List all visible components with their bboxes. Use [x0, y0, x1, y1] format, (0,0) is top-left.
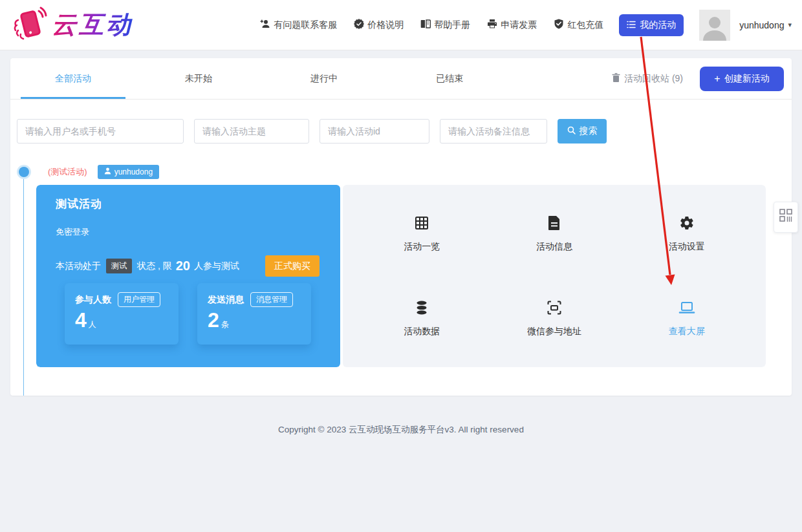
search-topic-input[interactable] — [194, 119, 309, 144]
printer-icon — [487, 19, 497, 31]
database-icon — [414, 299, 429, 316]
logo-phone-hand-icon — [10, 6, 48, 45]
avatar[interactable] — [699, 10, 730, 41]
tab-all-activities[interactable]: 全部活动 — [10, 58, 136, 99]
status-prefix: 本活动处于 — [56, 261, 101, 272]
action-activity-data[interactable]: 活动数据 — [404, 299, 440, 337]
activity-owner-badge[interactable]: yunhudong — [98, 165, 159, 179]
status-limit-number: 20 — [176, 259, 190, 273]
gear-icon — [679, 215, 695, 231]
stats-row: 参与人数 用户管理 4人 发送消息 消息管理 2条 — [65, 283, 340, 345]
recycle-bin-link[interactable]: 活动回收站 (9) — [612, 73, 683, 85]
nav-item-help-manual[interactable]: 帮助手册 — [420, 19, 470, 31]
brand-logo[interactable]: 云互动 — [10, 6, 133, 45]
activity-card: 测试活动 免密登录 本活动处于 测试 状态 , 限 20 人参与测试 正式购买 … — [36, 185, 766, 367]
shield-check-icon — [554, 19, 564, 31]
create-activity-label: 创建新活动 — [724, 73, 770, 85]
stat-value: 2条 — [208, 310, 311, 330]
message-management-button[interactable]: 消息管理 — [250, 292, 293, 307]
search-button-label: 搜索 — [580, 125, 598, 137]
activity-subtitle: 免密登录 — [56, 226, 340, 238]
timeline-dot — [19, 167, 29, 177]
stat-participants: 参与人数 用户管理 4人 — [65, 283, 179, 345]
tab-not-started[interactable]: 未开始 — [136, 58, 261, 99]
list-icon — [627, 20, 636, 30]
chevron-down-icon: ▾ — [788, 21, 792, 29]
nav-item-contact-support[interactable]: 有问题联系客服 — [260, 19, 337, 31]
stat-label: 发送消息 — [208, 294, 244, 306]
stat-unit: 条 — [221, 320, 229, 329]
username: yunhudong — [739, 20, 784, 30]
activity-actions-panel: 活动一览 活动信息 — [343, 185, 766, 367]
search-row: 搜索 — [17, 119, 792, 144]
user-management-button[interactable]: 用户管理 — [118, 292, 160, 307]
stat-value: 4人 — [75, 310, 179, 330]
nav-label: 帮助手册 — [434, 19, 470, 31]
create-activity-button[interactable]: + 创建新活动 — [700, 67, 784, 91]
action-activity-info[interactable]: 活动信息 — [536, 215, 572, 253]
tabs-row: 全部活动 未开始 进行中 已结束 活动回收站 (9) + 创建新活动 — [10, 58, 792, 100]
file-icon — [547, 215, 561, 231]
page: 云互动 有问题联系客服 — [0, 0, 802, 532]
grid-icon — [414, 215, 429, 231]
my-activities-label: 我的活动 — [640, 19, 676, 31]
floating-widget-button[interactable] — [774, 202, 798, 233]
my-activities-button[interactable]: 我的活动 — [619, 14, 684, 36]
action-activity-overview[interactable]: 活动一览 — [404, 215, 440, 253]
search-button[interactable]: 搜索 — [558, 119, 607, 144]
user-menu[interactable]: yunhudong ▾ — [739, 20, 792, 30]
tabs: 全部活动 未开始 进行中 已结束 — [10, 58, 512, 99]
user-plus-icon — [260, 19, 270, 31]
laptop-icon — [678, 299, 695, 316]
top-nav: 有问题联系客服 价格说明 — [260, 19, 603, 31]
nav-item-redpacket-recharge[interactable]: 红包充值 — [554, 19, 603, 31]
seal-icon — [354, 19, 364, 31]
mini-program-icon — [779, 209, 792, 226]
nav-label: 价格说明 — [367, 19, 404, 31]
tab-in-progress[interactable]: 进行中 — [261, 58, 387, 99]
action-view-big-screen[interactable]: 查看大屏 — [669, 299, 705, 337]
activity-tag: (测试活动) — [48, 166, 87, 178]
book-icon — [420, 19, 431, 31]
nav-item-request-invoice[interactable]: 申请发票 — [487, 19, 537, 31]
nav-item-pricing[interactable]: 价格说明 — [354, 19, 404, 31]
trash-icon — [612, 73, 620, 84]
brand-name: 云互动 — [52, 8, 133, 41]
activity-summary-panel: 测试活动 免密登录 本活动处于 测试 状态 , 限 20 人参与测试 正式购买 … — [36, 185, 340, 367]
nav-label: 申请发票 — [501, 19, 537, 31]
nav-label: 有问题联系客服 — [274, 19, 337, 31]
qr-scan-icon — [547, 299, 562, 316]
buy-button[interactable]: 正式购买 — [265, 255, 320, 277]
activity-status-row: 本活动处于 测试 状态 , 限 20 人参与测试 正式购买 — [56, 255, 340, 277]
search-username-input[interactable] — [17, 119, 184, 144]
app-header: 云互动 有问题联系客服 — [0, 0, 802, 50]
footer-copyright: Copyright © 2023 云互动现场互动服务平台v3. All righ… — [0, 424, 802, 436]
action-wechat-join-url[interactable]: 微信参与地址 — [527, 299, 581, 337]
person-icon — [104, 167, 111, 176]
search-remark-input[interactable] — [440, 119, 547, 144]
status-badge: 测试 — [106, 259, 132, 273]
recycle-bin-label: 活动回收站 (9) — [624, 73, 683, 85]
nav-label: 红包充值 — [567, 19, 603, 31]
activity-meta: (测试活动) yunhudong — [19, 164, 792, 180]
tab-ended[interactable]: 已结束 — [387, 58, 512, 99]
stat-messages: 发送消息 消息管理 2条 — [197, 283, 311, 345]
plus-icon: + — [714, 74, 720, 84]
status-middle: 状态 , 限 — [137, 261, 172, 272]
action-activity-settings[interactable]: 活动设置 — [669, 215, 705, 253]
main-panel: 全部活动 未开始 进行中 已结束 活动回收站 (9) + 创建新活动 — [10, 58, 792, 396]
search-activity-id-input[interactable] — [320, 119, 429, 144]
stat-label: 参与人数 — [75, 294, 111, 306]
activity-title: 测试活动 — [56, 197, 340, 211]
timeline-line — [23, 179, 24, 396]
stat-unit: 人 — [89, 320, 96, 329]
activity-owner-name: yunhudong — [114, 167, 153, 176]
status-suffix: 人参与测试 — [194, 261, 239, 272]
search-icon — [567, 126, 576, 136]
